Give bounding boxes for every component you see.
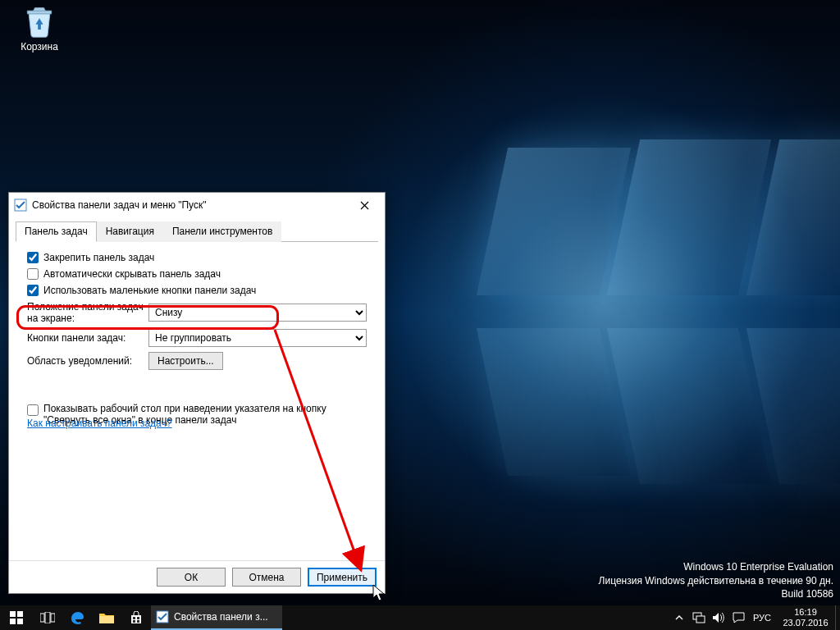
svg-rect-8: [51, 614, 55, 622]
svg-rect-11: [137, 617, 139, 619]
checkbox-peek-desktop-input[interactable]: [27, 404, 39, 416]
dialog-button-bar: ОК Отмена Применить: [9, 560, 385, 593]
svg-rect-13: [137, 620, 139, 623]
taskbar-task-label: Свойства панели з...: [174, 611, 268, 623]
tab-strip: Панель задач Навигация Панели инструмент…: [16, 221, 378, 242]
svg-rect-3: [17, 611, 23, 617]
tray-language-label: РУС: [753, 613, 771, 623]
checkbox-small-icons-input[interactable]: [27, 285, 39, 296]
desktop-icon-recycle-bin[interactable]: Корзина: [8, 3, 71, 52]
svg-rect-7: [45, 612, 50, 623]
svg-rect-16: [696, 616, 705, 623]
tray-overflow-button[interactable]: [669, 605, 689, 630]
tray-date: 23.07.2016: [776, 618, 835, 628]
tab-navigation[interactable]: Навигация: [97, 221, 163, 242]
edge-icon: [70, 610, 84, 625]
checkbox-autohide-label: Автоматически скрывать панель задач: [43, 268, 221, 280]
close-button[interactable]: [349, 194, 380, 217]
svg-rect-5: [17, 619, 23, 624]
tab-taskbar[interactable]: Панель задач: [16, 221, 97, 242]
help-link[interactable]: Как настраивать панели задач?: [27, 418, 171, 429]
ok-button[interactable]: ОК: [157, 568, 226, 587]
cancel-button[interactable]: Отмена: [232, 568, 301, 587]
label-notification-area: Область уведомлений:: [27, 355, 148, 367]
system-tray: РУС 16:19 23.07.2016: [669, 605, 840, 630]
desktop-icon-label: Корзина: [8, 41, 71, 52]
tray-action-center-button[interactable]: [728, 605, 748, 630]
action-center-icon: [733, 612, 745, 623]
mouse-cursor: [372, 584, 387, 604]
select-taskbar-buttons[interactable]: Не группировать: [148, 329, 367, 347]
file-explorer-icon: [99, 612, 114, 623]
tray-time: 16:19: [776, 607, 835, 618]
svg-rect-4: [10, 619, 16, 624]
tab-toolbars[interactable]: Панели инструментов: [163, 221, 281, 242]
edge-button[interactable]: [62, 605, 92, 630]
taskbar-task-properties[interactable]: Свойства панели з...: [151, 605, 282, 630]
recycle-bin-icon: [21, 3, 57, 39]
button-customize-notifications[interactable]: Настроить...: [148, 352, 223, 370]
titlebar[interactable]: Свойства панели задач и меню "Пуск": [9, 193, 385, 217]
checkbox-lock-taskbar[interactable]: Закрепить панель задач: [27, 252, 154, 263]
start-icon: [10, 611, 23, 624]
checkbox-lock-label: Закрепить панель задач: [43, 252, 154, 263]
checkbox-autohide[interactable]: Автоматически скрывать панель задач: [27, 268, 221, 280]
tray-clock[interactable]: 16:19 23.07.2016: [776, 607, 835, 628]
show-desktop-button[interactable]: [835, 605, 840, 630]
checkbox-small-icons[interactable]: Использовать маленькие кнопки панели зад…: [27, 285, 256, 296]
checkbox-autohide-input[interactable]: [27, 268, 39, 280]
file-explorer-button[interactable]: [92, 605, 121, 630]
select-taskbar-position[interactable]: Снизу: [148, 304, 367, 322]
tray-network-button[interactable]: [689, 605, 709, 630]
svg-rect-6: [40, 614, 44, 622]
taskbar-properties-dialog: Свойства панели задач и меню "Пуск" Пане…: [8, 192, 386, 594]
tray-language-button[interactable]: РУС: [748, 605, 776, 630]
label-taskbar-position: Положение панели задач на экране:: [27, 301, 148, 324]
store-button[interactable]: [121, 605, 151, 630]
task-view-icon: [40, 612, 55, 623]
checkbox-small-icons-label: Использовать маленькие кнопки панели зад…: [43, 285, 256, 296]
label-taskbar-buttons: Кнопки панели задач:: [27, 332, 148, 344]
dialog-title: Свойства панели задач и меню "Пуск": [32, 199, 349, 211]
tab-panel-taskbar: Закрепить панель задач Автоматически скр…: [16, 242, 378, 437]
activation-watermark: Windows 10 Enterprise Evaluation Лицензи…: [599, 560, 833, 600]
checkbox-lock-taskbar-input[interactable]: [27, 252, 39, 263]
start-button[interactable]: [0, 605, 33, 630]
svg-rect-9: [99, 616, 114, 623]
store-icon: [130, 611, 143, 624]
task-view-button[interactable]: [33, 605, 62, 630]
apply-button[interactable]: Применить: [308, 568, 377, 587]
dialog-icon: [156, 610, 169, 623]
close-icon: [360, 201, 369, 210]
dialog-icon: [14, 199, 27, 212]
volume-icon: [712, 612, 725, 623]
svg-rect-12: [133, 620, 135, 623]
svg-rect-10: [133, 617, 135, 619]
svg-rect-2: [10, 611, 16, 617]
tray-chevron-icon: [675, 614, 683, 622]
taskbar: Свойства панели з... РУС 16:19 23.07.201…: [0, 605, 840, 630]
network-icon: [692, 612, 705, 623]
tray-volume-button[interactable]: [709, 605, 728, 630]
